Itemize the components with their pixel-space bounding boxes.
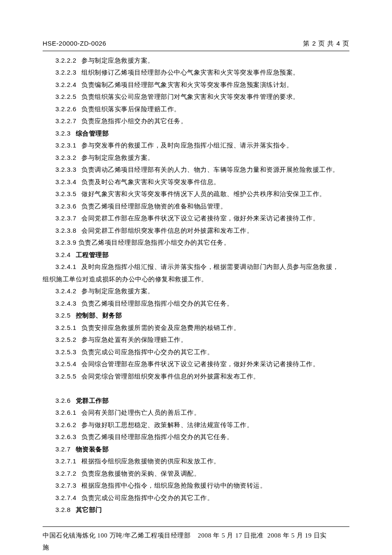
- clause-number: 3.2.4.3: [55, 300, 76, 307]
- body-line: 3.2.5.3负责完成公司应急指挥中心交办的其它工作。: [43, 346, 349, 358]
- clause-text: 参与制定应急救援方案。: [81, 57, 154, 64]
- clause-text: 做好气象灾害和火灾等突发事件情况下人员的疏散、维护公共秩序和治安保卫工作。: [81, 191, 326, 197]
- body-line: 3.2.3.2参与制定应急救援方案。: [43, 152, 349, 164]
- clause-text: 会同党综合管理部组织突发事件信息的对外披露和发布工作。: [81, 373, 260, 380]
- clause-number: 3.2.3.3: [55, 166, 76, 173]
- clause-text: 控制部、财务部: [76, 312, 122, 319]
- clause-number: 3.2.7.1: [55, 457, 76, 465]
- clause-text: 参与突发事件的救援工作，及时向应急指挥小组汇报、请示并落实指令。: [81, 142, 293, 149]
- clause-number: 3.2.5.2: [55, 336, 76, 343]
- body-line: 3.2.3.1参与突发事件的救援工作，及时向应急指挥小组汇报、请示并落实指令。: [43, 139, 349, 152]
- body-line: 3.2.6.3负责乙烯项目经理部应急指挥小组交办的其它任务。: [43, 431, 349, 443]
- clause-number: 3.2.3.2: [55, 154, 76, 161]
- clause-number: 3.2.2.4: [55, 81, 76, 88]
- body-line: 3.2.2.6负责组织落实事后保险理赔工作。: [43, 103, 349, 116]
- clause-text: 负责及时公布气象灾害和火灾等突发事件信息。: [81, 179, 220, 185]
- clause-text: 综合管理部: [76, 130, 109, 137]
- body-line: 3.2.2.7负责应急指挥小组交办的其它任务。: [43, 115, 349, 127]
- clause-number: 3.2.4: [55, 251, 71, 258]
- document-body: 3.2.2.2参与制定应急救援方案。3.2.2.3组织制修订乙烯项目经理部办公中…: [43, 55, 349, 516]
- clause-text: 负责安排应急救援所需的资金及应急费用的核销工作。: [81, 324, 240, 331]
- footer-org: 中国石化镇海炼化 100 万吨/年乙烯工程项目经理部: [43, 532, 190, 539]
- clause-text: 参与应急处置有关的保险理赔工作。: [81, 336, 187, 343]
- clause-text: 负责组织落实公司应急管理部门对气象灾害和火灾等突发事件管理的要求。: [81, 93, 300, 100]
- body-line: 3.2.3.6负责乙烯项目经理部应急物资的准备和物品管理。: [43, 200, 349, 213]
- page-number: 第 2 页 共 4 页: [303, 38, 349, 50]
- clause-text: 负责编制乙烯项目经理部气象灾害和火灾等突发事件应急预案演练计划。: [81, 81, 293, 88]
- clause-number: 3.2.3.5: [55, 190, 76, 197]
- clause-number: 3.2.3.8: [55, 227, 76, 234]
- clause-number: 3.2.7.3: [55, 482, 76, 489]
- body-line: 3.2.6.2参与做好职工思想稳定、政策解释、法律法规宣传等工作。: [43, 419, 349, 431]
- body-line: 3.2.5控制部、财务部: [43, 309, 349, 322]
- clause-text: 根据指令组织应急救援物资的供应和发放工作。: [81, 458, 220, 465]
- body-line: [43, 382, 349, 395]
- body-line: 3.2.3.7会同党群工作部在应急事件状况下设立记者接待室，做好外来采访记者接待…: [43, 212, 349, 225]
- clause-text: 负责乙烯项目经理部应急指挥小组交办的其它任务。: [81, 434, 233, 440]
- clause-number: 3.2.7.4: [55, 494, 76, 501]
- body-line: 3.2.7.3根据应急指挥中心指令，组织应急抢险救援行动中的物资转运。: [43, 480, 349, 492]
- clause-text: 会同党群工作部组织突发事件信息的对外披露和发布工作。: [81, 227, 253, 234]
- clause-number: 3.2.2.3: [55, 69, 76, 76]
- body-line: 3.2.3.9负责乙烯项目经理部应急指挥小组交办的其它任务。: [43, 237, 349, 249]
- clause-number: 3.2.2.5: [55, 93, 76, 100]
- clause-text: 参与制定应急救援方案。: [81, 154, 154, 161]
- body-line: 3.2.3.8会同党群工作部组织突发事件信息的对外披露和发布工作。: [43, 225, 349, 237]
- body-line: 3.2.6.1会同有关部门处理伤亡人员的善后工作。: [43, 407, 349, 419]
- body-line: 3.2.7.4负责完成公司应急指挥中心交办的其它工作。: [43, 492, 349, 504]
- body-line: 3.2.4.2参与制定应急救援方案。: [43, 285, 349, 298]
- clause-text: 会同有关部门处理伤亡人员的善后工作。: [81, 409, 200, 416]
- clause-text: 组织制修订乙烯项目经理部办公中心气象灾害和火灾等突发事件应急预案。: [81, 69, 300, 76]
- body-line: 3.2.2.4负责编制乙烯项目经理部气象灾害和火灾等突发事件应急预案演练计划。: [43, 79, 349, 91]
- body-line: 3.2.3.3负责调动乙烯项目经理部有关的人力、物力、车辆等应急力量和资源开展抢…: [43, 164, 349, 176]
- clause-number: 3.2.2.6: [55, 105, 76, 113]
- clause-text: 参与制定应急救援方案。: [81, 288, 154, 295]
- body-line: 3.2.5.2参与应急处置有关的保险理赔工作。: [43, 334, 349, 346]
- clause-number: 3.2.5.4: [55, 360, 76, 367]
- clause-number: 3.2.7.2: [55, 470, 76, 477]
- clause-text: 会同综合管理部在应急事件状况下设立记者接待室，做好外来采访记者接待工作。: [81, 361, 319, 367]
- body-line: 3.2.2.3组织制修订乙烯项目经理部办公中心气象灾害和火灾等突发事件应急预案。: [43, 66, 349, 79]
- clause-text: 负责调动乙烯项目经理部有关的人力、物力、车辆等应急力量和资源开展抢险救援工作。: [81, 166, 339, 173]
- clause-text: 会同党群工作部在应急事件状况下设立记者接待室，做好外来采访记者接待工作。: [81, 215, 319, 222]
- clause-number: 3.2.5.1: [55, 324, 76, 331]
- clause-number: 3.2.6: [55, 397, 71, 404]
- clause-number: 3.2.3.1: [55, 142, 76, 149]
- body-line: 3.2.7物资装备部: [43, 443, 349, 456]
- clause-text: 负责应急指挥小组交办的其它任务。: [81, 118, 187, 124]
- clause-number: 3.2.8: [55, 506, 71, 513]
- clause-text: 负责完成公司应急指挥中心交办的其它工作。: [81, 349, 213, 356]
- footer-implement-date-part1: 2008 年 5 月 19 日实: [267, 532, 326, 539]
- clause-text: 负责乙烯项目经理部应急物资的准备和物品管理。: [81, 203, 227, 210]
- clause-number: 3.2.7: [55, 445, 71, 453]
- body-line: 3.2.2.5负责组织落实公司应急管理部门对气象灾害和火灾等突发事件管理的要求。: [43, 91, 349, 103]
- clause-number: 3.2.6.2: [55, 421, 76, 428]
- body-line: 3.2.4.3负责乙烯项目经理部应急指挥小组交办的其它任务。: [43, 298, 349, 310]
- clause-number: 3.2.2.7: [55, 117, 76, 124]
- body-line: 组织施工单位对造成损坏的办公中心的修复和救援工作。: [43, 273, 349, 286]
- body-line: 3.2.7.1根据指令组织应急救援物资的供应和发放工作。: [43, 455, 349, 468]
- clause-number: 3.2.5.3: [55, 348, 76, 356]
- clause-number: 3.2.6.1: [55, 409, 76, 416]
- clause-number: 3.2.3.9: [55, 239, 76, 246]
- body-line: 3.2.8其它部门: [43, 504, 349, 516]
- footer-approve-date: 2008 年 5 月 17 日批准: [198, 532, 264, 539]
- body-line: 3.2.4.1及时向应急指挥小组汇报、请示并落实指令，根据需要调动部门内部人员参…: [43, 261, 349, 273]
- clause-number: 3.2.3: [55, 130, 71, 137]
- page-footer: 中国石化镇海炼化 100 万吨/年乙烯工程项目经理部 2008 年 5 月 17…: [43, 526, 349, 554]
- clause-text: 负责乙烯项目经理部应急指挥小组交办的其它任务。: [78, 239, 231, 246]
- clause-text: 及时向应急指挥小组汇报、请示并落实指令，根据需要调动部门内部人员参与应急救援，: [81, 263, 339, 270]
- body-line: 3.2.5.5会同党综合管理部组织突发事件信息的对外披露和发布工作。: [43, 370, 349, 383]
- body-line: 3.2.6党群工作部: [43, 395, 349, 407]
- page-header: HSE-20000-ZD-0026 第 2 页 共 4 页: [43, 38, 349, 51]
- body-line: 3.2.3综合管理部: [43, 127, 349, 140]
- body-line: 3.2.3.5做好气象灾害和火灾等突发事件情况下人员的疏散、维护公共秩序和治安保…: [43, 188, 349, 200]
- clause-number: 3.2.3.7: [55, 214, 76, 222]
- clause-text: 党群工作部: [76, 397, 109, 404]
- body-line: 3.2.5.4会同综合管理部在应急事件状况下设立记者接待室，做好外来采访记者接待…: [43, 358, 349, 370]
- clause-number: 3.2.5: [55, 312, 71, 319]
- clause-number: 3.2.6.3: [55, 433, 76, 440]
- clause-text: 物资装备部: [76, 446, 109, 453]
- clause-number: 3.2.4.1: [55, 263, 76, 270]
- clause-number: 3.2.5.5: [55, 373, 76, 380]
